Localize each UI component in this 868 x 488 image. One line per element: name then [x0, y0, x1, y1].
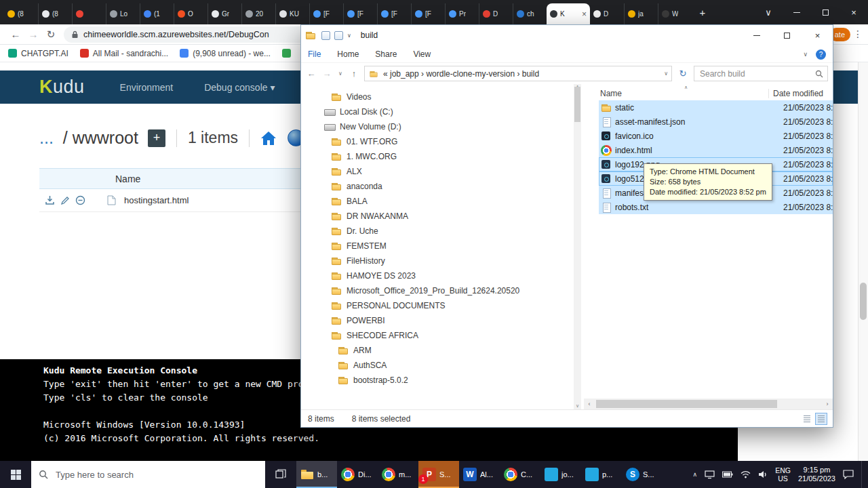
browser-menu-icon[interactable]: ⋮	[853, 28, 863, 39]
clock[interactable]: 9:15 pm 21/05/2023	[798, 466, 835, 483]
scrollbar-thumb[interactable]	[574, 87, 580, 122]
address-dropdown-icon[interactable]: ∨	[664, 70, 668, 77]
browser-tab[interactable]: K×	[547, 3, 590, 24]
sidebar-item[interactable]: SHECODE AFRICA	[301, 328, 584, 343]
explorer-titlebar[interactable]: ∨ build ×	[301, 25, 833, 45]
sidebar-item[interactable]: 1. MWC.ORG	[301, 149, 584, 164]
page-scrollbar[interactable]	[858, 62, 868, 461]
browser-tab[interactable]: [F	[377, 3, 411, 24]
horizontal-scrollbar[interactable]: ‹ ›	[584, 399, 833, 409]
sidebar-item[interactable]: New Volume (D:)	[301, 119, 584, 134]
kudu-menu-item[interactable]: Debug console ▾	[204, 82, 275, 93]
browser-tab[interactable]: (8	[38, 3, 72, 24]
sidebar-item[interactable]: bootstrap-5.0.2	[301, 373, 584, 388]
taskbar-button[interactable]: p...	[581, 461, 622, 488]
bookmark-item[interactable]: CHATGPT.AI	[8, 49, 68, 58]
file-row[interactable]: robots.txt21/05/2023 8:13	[599, 200, 833, 214]
bookmark-item[interactable]: (9,908 unread) - we...	[180, 49, 271, 58]
sidebar-item[interactable]: anaconda	[301, 179, 584, 194]
browser-tab[interactable]: [F	[309, 3, 343, 24]
file-row[interactable]: asset-manifest.json21/05/2023 8:52	[599, 115, 833, 129]
file-row[interactable]: static21/05/2023 8:52	[599, 100, 833, 115]
taskbar-search[interactable]	[31, 461, 265, 488]
sidebar-item[interactable]: DR NWAKANMA	[301, 209, 584, 224]
tab-close-icon[interactable]: ×	[582, 10, 587, 18]
minimize-button[interactable]	[741, 25, 772, 45]
back-icon[interactable]: ←	[306, 68, 317, 79]
sidebar-scrollbar[interactable]: ∧ ∨	[574, 84, 581, 409]
show-desktop-button[interactable]	[861, 461, 864, 488]
delete-icon[interactable]	[75, 195, 85, 205]
browser-tab[interactable]: [F	[411, 3, 445, 24]
scroll-left-icon[interactable]: ‹	[584, 401, 595, 407]
sidebar-item[interactable]: Microsoft_Office_2019_Pro_Build_12624.20…	[301, 283, 584, 298]
taskbar-button[interactable]: SS...	[622, 461, 663, 488]
sidebar-item[interactable]: PERSONAL DOCUMENTS	[301, 298, 584, 313]
close-button[interactable]: ×	[840, 0, 868, 24]
ribbon-tab-view[interactable]: View	[413, 49, 431, 59]
taskbar-search-input[interactable]	[54, 469, 258, 481]
browser-tab[interactable]: D	[590, 3, 624, 24]
download-icon[interactable]	[45, 195, 55, 205]
kudu-menu-item[interactable]: Environment	[120, 82, 174, 93]
qat-new-folder-icon[interactable]	[334, 31, 343, 40]
browser-tab[interactable]: Lo	[106, 3, 140, 24]
tab-search-icon[interactable]: ∨	[754, 0, 783, 24]
taskbar-button[interactable]: m...	[378, 461, 418, 488]
search-icon[interactable]	[815, 70, 823, 78]
sidebar-item[interactable]: FileHistory	[301, 253, 584, 268]
language-indicator[interactable]: ENG US	[775, 466, 791, 483]
forward-icon[interactable]: →	[24, 28, 42, 40]
details-view-icon[interactable]	[815, 413, 827, 425]
browser-tab[interactable]: (1	[140, 3, 174, 24]
volume-icon[interactable]	[758, 470, 768, 479]
browser-tab[interactable]: ja	[624, 3, 658, 24]
browser-tab[interactable]	[72, 3, 106, 24]
close-button[interactable]: ×	[802, 25, 833, 45]
maximize-button[interactable]	[811, 0, 840, 24]
column-header-date-modified[interactable]: Date modified	[768, 89, 823, 98]
sidebar-item[interactable]: 01. WTF.ORG	[301, 134, 584, 149]
kudu-logo[interactable]: Kudu	[39, 77, 85, 98]
search-box[interactable]	[694, 66, 828, 81]
collapse-ribbon-icon[interactable]: ∨	[803, 51, 808, 58]
monitor-icon[interactable]	[705, 470, 715, 479]
help-icon[interactable]: ?	[816, 49, 826, 60]
browser-tab[interactable]: Pr	[445, 3, 479, 24]
browser-tab[interactable]: D	[479, 3, 513, 24]
file-row[interactable]: index.html21/05/2023 8:52	[599, 143, 833, 157]
sidebar-item[interactable]: Dr. Uche	[301, 224, 584, 239]
scrollbar-thumb[interactable]	[860, 283, 867, 320]
back-icon[interactable]: ←	[7, 28, 24, 40]
battery-icon[interactable]	[722, 471, 733, 478]
browser-tab[interactable]: (8	[4, 3, 38, 24]
file-name[interactable]: hostingstart.html	[124, 195, 189, 205]
kudu-file-row[interactable]: hostingstart.html	[39, 189, 324, 212]
forward-icon[interactable]: →	[321, 68, 332, 79]
sidebar-item[interactable]: ALX	[301, 164, 584, 179]
recent-locations-icon[interactable]: ∨	[337, 70, 344, 77]
sidebar-item[interactable]: FEMSTEM	[301, 239, 584, 253]
taskbar-button[interactable]: Di...	[337, 461, 378, 488]
browser-tab[interactable]: KU	[275, 3, 309, 24]
wifi-icon[interactable]	[741, 470, 751, 479]
up-icon[interactable]: ↑	[349, 68, 359, 79]
browser-tab[interactable]: W	[658, 3, 692, 24]
sidebar-item[interactable]: AuthSCA	[301, 358, 584, 373]
breadcrumb-ellipsis[interactable]: ...	[39, 128, 54, 148]
edit-pencil-icon[interactable]	[60, 196, 70, 205]
task-view-button[interactable]	[265, 461, 296, 488]
scrollbar-thumb[interactable]	[596, 400, 777, 408]
taskbar-button[interactable]: P1S...	[418, 461, 459, 488]
taskbar-button[interactable]: C...	[500, 461, 540, 488]
browser-tab[interactable]: Gr	[208, 3, 241, 24]
taskbar-button[interactable]: WAl...	[459, 461, 500, 488]
bookmark-item[interactable]	[282, 49, 291, 58]
start-button[interactable]	[0, 461, 31, 488]
scroll-right-icon[interactable]: ›	[822, 401, 833, 407]
address-bar[interactable]: « job_app › wordle-clone-my-version › bu…	[364, 66, 672, 81]
sidebar-item[interactable]: POWERBI	[301, 313, 584, 328]
qat-customize-icon[interactable]: ∨	[347, 33, 351, 39]
hidden-icons-chevron[interactable]: ∧	[693, 471, 698, 478]
file-row[interactable]: favicon.ico21/05/2023 8:13	[599, 129, 833, 143]
